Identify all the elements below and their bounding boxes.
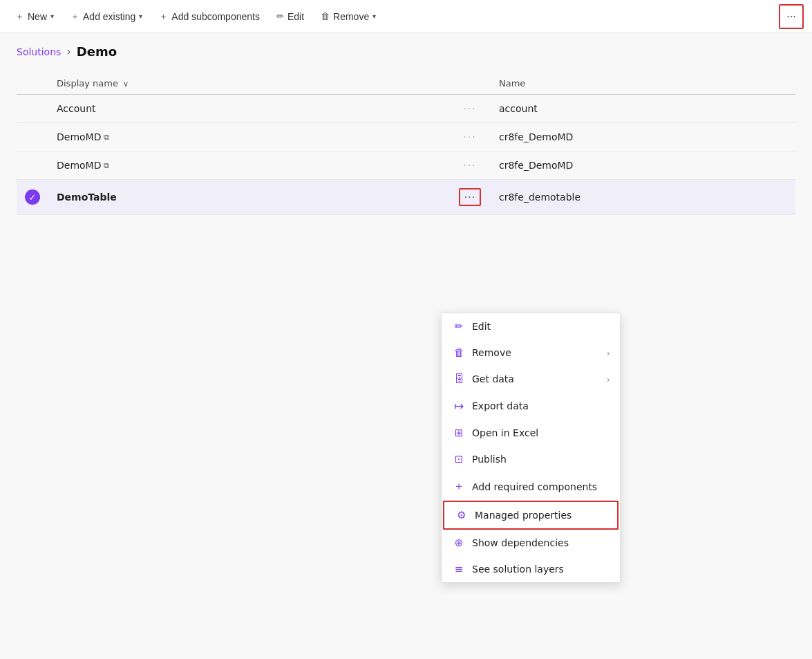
col-name-header: Name: [491, 73, 795, 95]
external-link-icon-2: ⧉: [104, 161, 109, 170]
row-sys-name-4: cr8fe_demotable: [491, 180, 795, 215]
demomd-link-2: DemoMD ⧉: [57, 160, 109, 171]
row-context-dots-3[interactable]: ···: [463, 160, 476, 171]
row-sys-name-2: cr8fe_DemoMD: [491, 123, 795, 151]
remove-button[interactable]: 🗑 Remove ▾: [314, 7, 383, 26]
external-link-icon-1: ⧉: [104, 133, 109, 142]
table-row[interactable]: Account ··· account: [17, 95, 795, 123]
row-dots-2[interactable]: ···: [449, 123, 491, 151]
display-name-header-label: Display name: [57, 78, 118, 89]
add-existing-label: Add existing: [83, 11, 135, 22]
breadcrumb-current: Demo: [77, 44, 117, 59]
table-header-row: Display name ∨ Name: [17, 73, 795, 95]
table-row-selected[interactable]: ✓ DemoTable ··· cr8fe_demotable: [17, 180, 795, 215]
row-display-name-2: DemoMD ⧉: [48, 123, 449, 151]
pencil-icon: ✏: [276, 11, 284, 21]
more-icon: ···: [786, 10, 795, 23]
plus-icon-2: ＋: [70, 10, 79, 23]
row-check-2: [17, 123, 48, 151]
row-dots-4[interactable]: ···: [449, 180, 491, 215]
col-dots-header: [449, 73, 491, 95]
row-sys-name-3: cr8fe_DemoMD: [491, 151, 795, 180]
plus-icon-3: ＋: [159, 10, 168, 23]
row-check-1: [17, 95, 48, 123]
row-context-dots-2[interactable]: ···: [463, 131, 476, 142]
new-button[interactable]: ＋ New ▾: [8, 6, 61, 27]
sort-icon: ∨: [123, 80, 129, 89]
trash-icon: 🗑: [321, 11, 330, 21]
breadcrumb-separator: ›: [66, 45, 70, 58]
plus-icon: ＋: [15, 10, 24, 23]
edit-button[interactable]: ✏ Edit: [270, 7, 311, 26]
row-context-dots-4[interactable]: ···: [459, 188, 481, 206]
remove-caret: ▾: [372, 12, 376, 20]
more-button[interactable]: ···: [779, 4, 804, 29]
name-header-label: Name: [499, 78, 525, 89]
row-context-dots-1[interactable]: ···: [463, 103, 476, 114]
table-row[interactable]: DemoMD ⧉ ··· cr8fe_DemoMD: [17, 123, 795, 151]
demomd-link-1: DemoMD ⧉: [57, 131, 109, 142]
breadcrumb-solutions[interactable]: Solutions: [17, 46, 61, 57]
col-display-name-header[interactable]: Display name ∨: [48, 73, 449, 95]
edit-label: Edit: [287, 11, 304, 22]
breadcrumb: Solutions › Demo: [0, 33, 812, 64]
row-sys-name-1: account: [491, 95, 795, 123]
selected-checkmark: ✓: [25, 189, 40, 205]
add-subcomponents-label: Add subcomponents: [171, 11, 260, 22]
row-check-3: [17, 151, 48, 180]
new-label: New: [28, 11, 47, 22]
table-row[interactable]: DemoMD ⧉ ··· cr8fe_DemoMD: [17, 151, 795, 180]
add-subcomponents-button[interactable]: ＋ Add subcomponents: [152, 6, 267, 27]
row-display-name-1: Account: [48, 95, 449, 123]
row-dots-1[interactable]: ···: [449, 95, 491, 123]
toolbar: ＋ New ▾ ＋ Add existing ▾ ＋ Add subcompon…: [0, 0, 812, 33]
col-check-header: [17, 73, 48, 95]
add-existing-button[interactable]: ＋ Add existing ▾: [64, 6, 149, 27]
row-display-name-4: DemoTable: [48, 180, 449, 215]
row-display-name-3: DemoMD ⧉: [48, 151, 449, 180]
row-dots-3[interactable]: ···: [449, 151, 491, 180]
add-existing-caret: ▾: [139, 12, 142, 20]
remove-label: Remove: [333, 11, 369, 22]
row-check-4: ✓: [17, 180, 48, 215]
new-caret: ▾: [50, 12, 54, 20]
solutions-table: Display name ∨ Name Account ··· account: [17, 73, 795, 215]
main-content: Display name ∨ Name Account ··· account: [0, 64, 812, 223]
